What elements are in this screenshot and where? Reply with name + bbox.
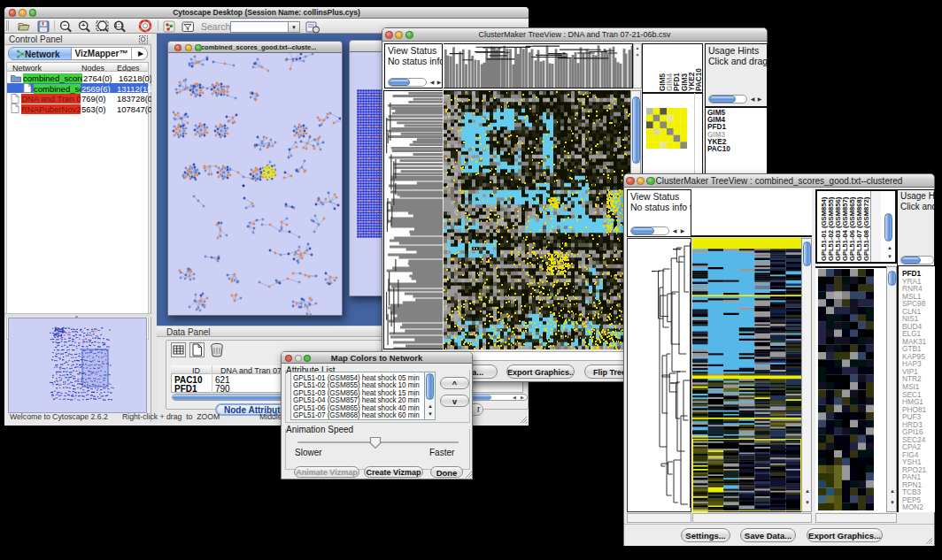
svg-text:1:1: 1:1 xyxy=(114,21,124,29)
svg-text:+: + xyxy=(81,21,86,29)
svg-text:−: − xyxy=(63,21,67,29)
svg-text:PAC10: PAC10 xyxy=(695,68,703,91)
svg-text:GPL51-08 (GSM872): GPL51-08 (GSM872) xyxy=(862,196,870,261)
